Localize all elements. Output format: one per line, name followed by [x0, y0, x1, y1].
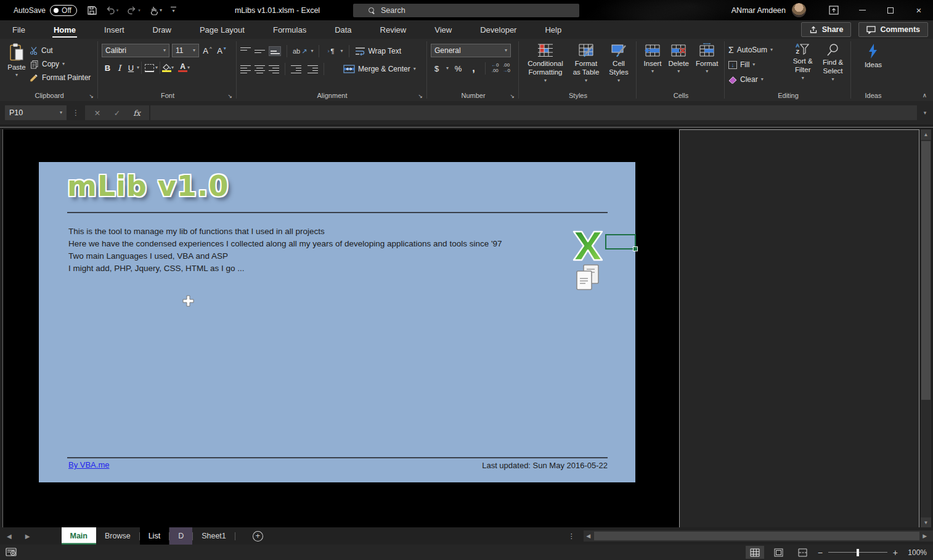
autosum-dropdown-icon[interactable]: ▾ — [770, 47, 773, 52]
autosum-button[interactable]: Σ AutoSum ▾ — [728, 43, 788, 57]
text-direction-button[interactable]: ›¶ — [325, 44, 336, 58]
undo-dropdown-icon[interactable]: ▾ — [116, 8, 119, 13]
number-format-combo[interactable]: General ▾ — [431, 44, 511, 57]
orientation-dropdown-icon[interactable]: ▾ — [311, 49, 313, 54]
conditional-formatting-button[interactable]: Conditional Formatting ▾ — [523, 41, 568, 90]
underline-dropdown-icon[interactable]: ▾ — [137, 65, 139, 70]
paste-dropdown-icon[interactable]: ▾ — [15, 73, 18, 78]
insert-function-button[interactable]: fx — [128, 108, 145, 118]
clear-dropdown-icon[interactable]: ▾ — [761, 77, 764, 82]
middle-align-button[interactable] — [255, 47, 265, 55]
page-layout-view-button[interactable] — [770, 546, 788, 559]
share-button[interactable]: Share — [801, 22, 852, 37]
insert-cells-button[interactable]: Insert ▾ — [641, 41, 665, 90]
decrease-decimal-button[interactable]: .00→0 — [502, 62, 510, 75]
touch-mouse-mode-button[interactable]: ▾ — [149, 6, 162, 15]
autosave-control[interactable]: AutoSave Off — [14, 5, 77, 16]
tab-review[interactable]: Review — [370, 20, 417, 39]
redo-dropdown-icon[interactable]: ▾ — [138, 8, 141, 13]
new-sheet-button[interactable]: + — [253, 531, 263, 542]
format-painter-button[interactable]: Format Painter — [30, 71, 91, 84]
touch-mode-dropdown-icon[interactable]: ▾ — [160, 8, 162, 13]
sort-filter-button[interactable]: AZ Sort & Filter ▾ — [788, 41, 818, 90]
font-size-combo[interactable]: 11 ▾ — [172, 44, 199, 57]
clipboard-dialog-launcher-icon[interactable]: ↘ — [89, 93, 94, 99]
comma-style-button[interactable]: , — [468, 62, 479, 75]
sheet-tab-list[interactable]: List — [140, 527, 169, 545]
tab-draw[interactable]: Draw — [143, 20, 181, 39]
tab-file[interactable]: File — [2, 20, 35, 39]
maximize-button[interactable] — [876, 0, 905, 20]
sheet-nav-left-icon[interactable]: ◀ — [0, 533, 18, 540]
close-button[interactable]: × — [905, 0, 933, 20]
increase-indent-button[interactable] — [308, 65, 318, 73]
ideas-button[interactable]: Ideas — [862, 41, 885, 90]
borders-dropdown-icon[interactable]: ▾ — [155, 65, 158, 70]
clear-button[interactable]: Clear ▾ — [728, 73, 788, 86]
align-left-button[interactable] — [240, 65, 251, 73]
active-cell-selection[interactable] — [605, 234, 636, 250]
cut-button[interactable]: Cut — [30, 44, 91, 57]
zoom-level[interactable]: 100% — [903, 548, 927, 557]
align-center-button[interactable] — [255, 65, 265, 73]
percent-style-button[interactable]: % — [452, 62, 464, 75]
search-box[interactable]: Search — [353, 4, 579, 17]
zoom-in-button[interactable]: + — [893, 548, 898, 558]
paste-button[interactable]: Paste ▾ — [4, 41, 30, 90]
scroll-right-icon[interactable]: ▶ — [920, 533, 930, 539]
normal-view-button[interactable] — [746, 546, 764, 559]
underline-button[interactable]: U — [125, 61, 137, 75]
enter-button[interactable]: ✓ — [108, 108, 126, 118]
fill-color-button[interactable] — [162, 61, 171, 75]
merge-center-button[interactable]: Merge & Center ▾ — [343, 62, 416, 76]
vertical-scroll-thumb[interactable] — [921, 141, 931, 400]
name-box[interactable]: P10 ▾ — [5, 105, 67, 120]
ribbon-display-options-button[interactable] — [820, 0, 848, 20]
tab-formulas[interactable]: Formulas — [263, 20, 316, 39]
tab-page-layout[interactable]: Page Layout — [190, 20, 255, 39]
format-cells-button[interactable]: Format ▾ — [693, 41, 721, 90]
sheet-tab-sheet1[interactable]: Sheet1 — [193, 527, 235, 545]
text-direction-dropdown-icon[interactable]: ▾ — [340, 49, 343, 54]
redo-button[interactable]: ▾ — [127, 6, 141, 15]
decrease-indent-button[interactable] — [291, 65, 301, 73]
horizontal-scroll-thumb[interactable] — [594, 532, 919, 540]
top-align-button[interactable] — [240, 47, 251, 55]
copy-dropdown-icon[interactable]: ▾ — [62, 62, 65, 67]
comments-button[interactable]: Comments — [858, 22, 928, 37]
minimize-button[interactable] — [848, 0, 876, 20]
tab-insert[interactable]: Insert — [94, 20, 134, 39]
fill-button[interactable]: ↓ Fill ▾ — [728, 58, 788, 71]
borders-button[interactable] — [144, 61, 155, 75]
bottom-align-button[interactable] — [269, 46, 281, 56]
align-right-button[interactable] — [269, 65, 279, 73]
undo-button[interactable]: ▾ — [105, 6, 119, 15]
sheet-nav-right-icon[interactable]: ▶ — [18, 533, 37, 540]
italic-button[interactable]: I — [113, 61, 125, 75]
save-button[interactable] — [87, 6, 97, 15]
zoom-slider[interactable] — [828, 552, 887, 553]
find-select-button[interactable]: Find & Select ▾ — [818, 41, 848, 90]
merge-center-dropdown-icon[interactable]: ▾ — [414, 67, 416, 71]
scroll-up-icon[interactable]: ▲ — [921, 129, 931, 140]
orientation-button[interactable]: ab↗ — [293, 44, 307, 58]
decrease-font-button[interactable]: A▾ — [216, 44, 227, 57]
font-name-combo[interactable]: Calibri ▾ — [102, 44, 169, 57]
tab-home[interactable]: Home — [44, 20, 86, 39]
user-name[interactable]: ANmar Amdeen — [731, 6, 786, 15]
page-break-view-button[interactable] — [794, 546, 812, 559]
user-avatar[interactable] — [792, 3, 806, 17]
scroll-down-icon[interactable]: ▼ — [921, 517, 931, 528]
customize-qat-button[interactable]: ▾ — [171, 7, 176, 14]
sheet-tab-browse[interactable]: Browse — [96, 527, 139, 545]
fill-dropdown-icon[interactable]: ▾ — [752, 62, 755, 67]
format-as-table-button[interactable]: Format as Table ▾ — [568, 41, 604, 90]
number-dialog-launcher-icon[interactable]: ↘ — [510, 93, 515, 99]
macro-record-button[interactable] — [6, 548, 17, 558]
cancel-button[interactable]: ✕ — [89, 108, 106, 118]
scroll-left-icon[interactable]: ◀ — [584, 533, 593, 539]
formula-input[interactable] — [150, 105, 917, 120]
accounting-dropdown-icon[interactable]: ▾ — [446, 66, 449, 71]
tab-data[interactable]: Data — [325, 20, 361, 39]
font-color-dropdown-icon[interactable]: ▾ — [187, 65, 190, 70]
